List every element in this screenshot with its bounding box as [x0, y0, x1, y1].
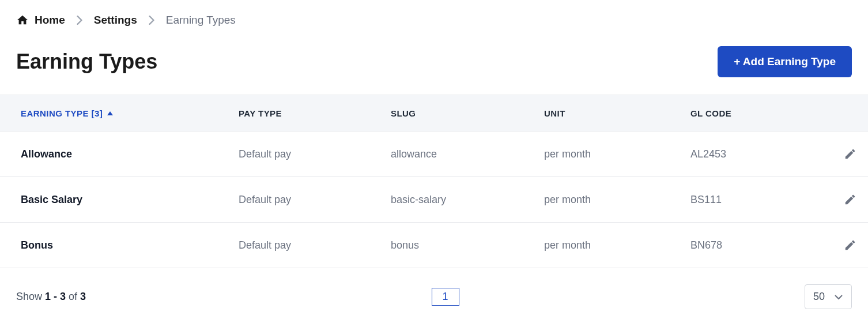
breadcrumb-settings[interactable]: Settings	[94, 14, 137, 27]
table-row: Basic Salary Default pay basic-salary pe…	[0, 177, 868, 223]
edit-icon[interactable]	[844, 239, 856, 251]
page-size-select[interactable]: 50	[805, 284, 852, 309]
cell-glcode: BN678	[690, 239, 833, 251]
cell-name: Allowance	[21, 148, 239, 160]
edit-icon[interactable]	[844, 148, 856, 160]
home-icon	[16, 14, 29, 27]
chevron-right-icon	[149, 16, 154, 25]
add-earning-type-button[interactable]: + Add Earning Type	[718, 46, 852, 77]
breadcrumb: Home Settings Earning Types	[0, 0, 868, 35]
column-header-name-label: EARNING TYPE [3]	[21, 108, 103, 118]
show-of: of	[66, 291, 80, 302]
show-range: 1 - 3	[45, 291, 66, 302]
cell-unit: per month	[544, 194, 690, 206]
sort-asc-icon	[107, 111, 113, 115]
show-prefix: Show	[16, 291, 45, 302]
table-footer: Show 1 - 3 of 3 1 50	[0, 268, 868, 315]
cell-glcode: BS111	[690, 194, 833, 206]
breadcrumb-current: Earning Types	[166, 14, 236, 27]
breadcrumb-home[interactable]: Home	[16, 14, 65, 27]
cell-action	[833, 239, 856, 251]
cell-slug: allowance	[391, 148, 544, 160]
page-header: Earning Types + Add Earning Type	[0, 35, 868, 95]
cell-slug: basic-salary	[391, 194, 544, 206]
table-header: EARNING TYPE [3] PAY TYPE SLUG UNIT GL C…	[0, 95, 868, 132]
table-row: Bonus Default pay bonus per month BN678	[0, 223, 868, 268]
chevron-down-icon	[834, 294, 843, 300]
page-size-value: 50	[813, 291, 825, 303]
column-header-glcode[interactable]: GL CODE	[690, 108, 833, 118]
pagination-pages: 1	[86, 288, 805, 306]
cell-action	[833, 148, 856, 160]
cell-glcode: AL2453	[690, 148, 833, 160]
pagination-size: 50	[805, 284, 852, 309]
breadcrumb-settings-label: Settings	[94, 14, 137, 27]
pagination-summary: Show 1 - 3 of 3	[16, 291, 86, 303]
column-header-unit[interactable]: UNIT	[544, 108, 690, 118]
cell-name: Bonus	[21, 239, 239, 251]
edit-icon[interactable]	[844, 193, 856, 206]
page-number-current[interactable]: 1	[432, 288, 459, 306]
column-header-slug[interactable]: SLUG	[391, 108, 544, 118]
breadcrumb-home-label: Home	[35, 14, 65, 27]
cell-paytype: Default pay	[239, 148, 391, 160]
show-total: 3	[80, 291, 86, 302]
column-header-name[interactable]: EARNING TYPE [3]	[21, 108, 239, 118]
breadcrumb-current-label: Earning Types	[166, 14, 236, 27]
add-button-label: + Add Earning Type	[734, 55, 836, 68]
table-body: Allowance Default pay allowance per mont…	[0, 132, 868, 268]
cell-paytype: Default pay	[239, 194, 391, 206]
chevron-right-icon	[77, 16, 82, 25]
cell-paytype: Default pay	[239, 239, 391, 251]
cell-slug: bonus	[391, 239, 544, 251]
earning-types-table: EARNING TYPE [3] PAY TYPE SLUG UNIT GL C…	[0, 95, 868, 268]
page-title: Earning Types	[16, 50, 157, 74]
column-header-paytype[interactable]: PAY TYPE	[239, 108, 391, 118]
cell-unit: per month	[544, 148, 690, 160]
cell-unit: per month	[544, 239, 690, 251]
table-row: Allowance Default pay allowance per mont…	[0, 132, 868, 177]
cell-action	[833, 193, 856, 206]
cell-name: Basic Salary	[21, 194, 239, 206]
